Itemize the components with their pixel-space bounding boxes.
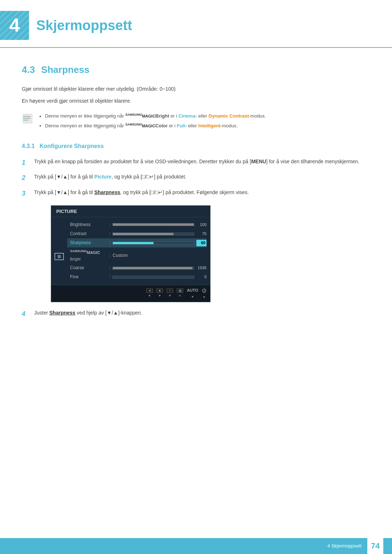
main-content: 4.3 Sharpness Gjør omrisset til objekter…	[0, 62, 392, 319]
subsection-heading: 4.3.1 Konfigurere Sharpness	[22, 141, 370, 151]
osd-value-magic-bright: Custom	[113, 252, 127, 259]
osd-bar-brightness: 100	[113, 222, 207, 228]
subsection-title: Konfigurere Sharpness	[40, 143, 104, 149]
note-item-1: Denne menyen er ikke tilgjengelig når SA…	[45, 112, 266, 120]
monitor-icon: ▦	[54, 253, 64, 260]
step-number-1: 1	[22, 157, 32, 168]
osd-label-magic-bright: SAMSUNGMAGIC Bright	[67, 249, 107, 262]
step-number-4: 4	[22, 309, 32, 319]
step-3: 3 Trykk på [▼/▲] for å gå til Sharpness,…	[22, 188, 370, 199]
osd-title-bar: PICTURE	[51, 206, 210, 217]
note-content: Denne menyen er ikke tilgjengelig når SA…	[38, 112, 266, 131]
section-heading: 4.3 Sharpness	[22, 62, 370, 78]
osd-btn-plus: + ▼	[167, 288, 173, 298]
osd-label-brightness: Brightness	[67, 221, 107, 228]
subsection-number: 4.3.1	[22, 143, 35, 149]
section-number: 4.3	[22, 64, 35, 75]
step-text-2: Trykk på [▼/▲] for å gå til Picture, og …	[34, 173, 370, 181]
chapter-number-block: 4	[0, 11, 29, 40]
osd-btn-left: ◄ ▼	[146, 288, 153, 298]
chapter-number: 4	[9, 11, 20, 40]
osd-row-fine: Fine : 0	[67, 272, 207, 282]
chapter-header: 4 Skjermoppsett	[0, 0, 392, 48]
step-number-2: 2	[22, 173, 32, 183]
step-text-1: Trykk på en knapp på forsiden av produkt…	[34, 157, 370, 166]
osd-bottom-bar: ◄ ▼ ■ ▼ + ▼ ▣	[51, 285, 210, 302]
osd-row-contrast: Contrast : 75	[67, 229, 207, 238]
osd-btn-auto: AUTO ▼	[187, 287, 198, 299]
svg-point-4	[24, 116, 25, 117]
page-footer: 4 Skjermoppsett 74	[0, 538, 392, 554]
step-number-3: 3	[22, 188, 32, 199]
step-text-3: Trykk på [▼/▲] for å gå til Sharpness, o…	[34, 188, 370, 197]
note-icon	[22, 113, 33, 124]
svg-point-5	[24, 118, 25, 119]
step-text-4: Juster Sharpness ved hjelp av [▼/▲]-knap…	[34, 309, 370, 317]
osd-bar-contrast: 75	[113, 231, 207, 237]
step-4: 4 Juster Sharpness ved hjelp av [▼/▲]-kn…	[22, 309, 370, 319]
description-line1: Gjør omrisset til objekter klarere eller…	[22, 85, 370, 94]
footer-page-number: 74	[367, 538, 383, 554]
svg-point-6	[24, 120, 25, 121]
description-line2: En høyere verdi gjør omrisset til objekt…	[22, 97, 370, 106]
osd-row-brightness: Brightness : 100	[67, 220, 207, 229]
osd-left-icon: ▦	[51, 220, 67, 282]
steps-list: 1 Trykk på en knapp på forsiden av produ…	[22, 157, 370, 199]
osd-row-magic-bright: SAMSUNGMAGIC Bright : Custom	[67, 247, 207, 263]
step-2: 2 Trykk på [▼/▲] for å gå til Picture, o…	[22, 173, 370, 183]
osd-bar-coarse: 1936	[113, 265, 207, 271]
chapter-title: Skjermoppsett	[36, 15, 132, 37]
note-item-2: Denne menyen er ikke tilgjengelig når SA…	[45, 122, 266, 130]
osd-container: PICTURE ▦ Brightness :	[51, 205, 211, 302]
osd-btn-power: ⏻ ▼	[202, 287, 207, 300]
osd-row-coarse: Coarse : 1936	[67, 263, 207, 272]
osd-label-sharpness: Sharpness	[67, 239, 107, 246]
osd-bar-sharpness: 60	[113, 240, 207, 246]
step-1: 1 Trykk på en knapp på forsiden av produ…	[22, 157, 370, 168]
osd-screen: PICTURE ▦ Brightness :	[51, 205, 211, 302]
osd-label-contrast: Contrast	[67, 230, 107, 237]
section-title: Sharpness	[41, 64, 89, 75]
osd-menu: Brightness : 100 Contrast :	[67, 220, 210, 282]
footer-chapter-ref: 4 Skjermoppsett	[327, 542, 362, 550]
osd-bar-fine: 0	[113, 274, 207, 280]
osd-btn-minus: ■ ▼	[156, 288, 163, 298]
osd-label-coarse: Coarse	[67, 264, 107, 271]
osd-label-fine: Fine	[67, 274, 107, 280]
osd-btn-menu: ▣ ✕	[177, 288, 183, 298]
note-box: Denne menyen er ikke tilgjengelig når SA…	[22, 112, 370, 131]
osd-body: ▦ Brightness : 100	[51, 217, 210, 285]
osd-row-sharpness: Sharpness : 60	[67, 238, 207, 247]
